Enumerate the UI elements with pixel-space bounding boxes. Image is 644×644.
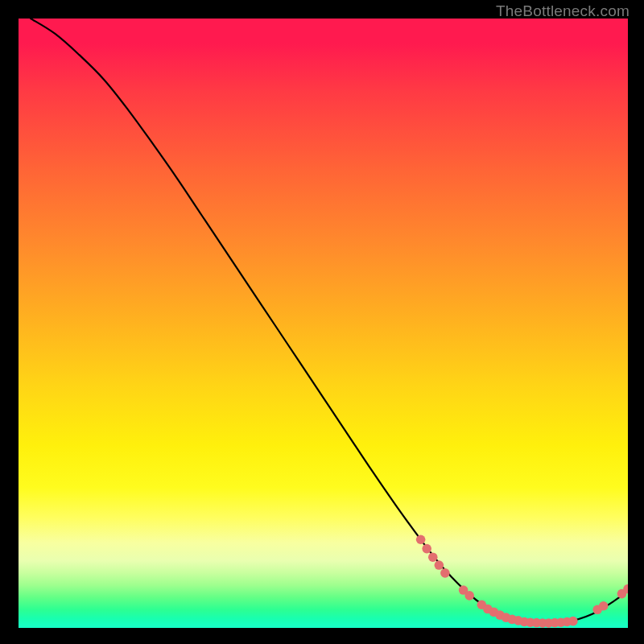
plot-area: [19, 19, 628, 628]
chart-stage: TheBottleneck.com: [0, 0, 644, 644]
data-marker: [422, 544, 431, 554]
bottleneck-curve: [31, 19, 628, 623]
data-markers: [416, 535, 628, 627]
data-marker: [568, 617, 578, 626]
data-marker: [435, 560, 444, 570]
data-marker: [599, 601, 609, 611]
data-marker: [416, 535, 426, 544]
data-marker: [464, 591, 474, 601]
data-marker: [440, 568, 450, 578]
data-marker: [428, 552, 438, 562]
attribution-label: TheBottleneck.com: [496, 2, 630, 20]
chart-svg: [19, 19, 628, 628]
